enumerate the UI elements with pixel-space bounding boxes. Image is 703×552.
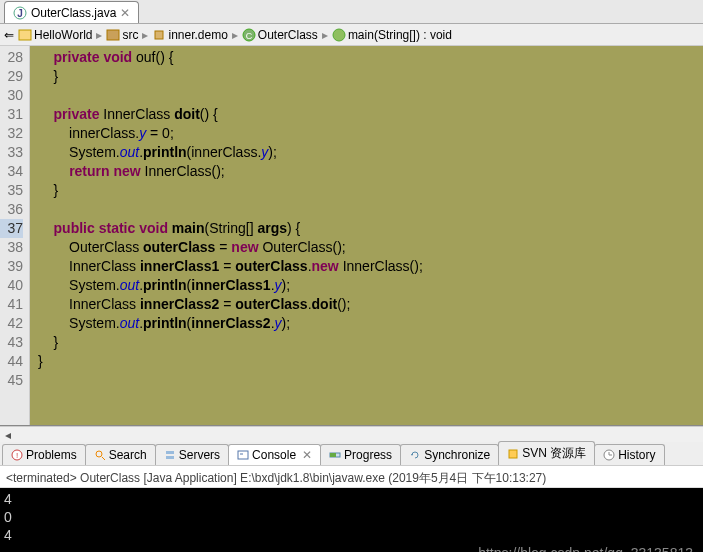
history-icon (603, 449, 615, 461)
breadcrumb-project[interactable]: HelloWorld (18, 28, 92, 42)
chevron-right-icon: ▸ (142, 28, 148, 42)
close-icon[interactable]: ✕ (302, 448, 312, 462)
breadcrumb-package[interactable]: inner.demo (152, 28, 227, 42)
console-status-bar: <terminated> OuterClass [Java Applicatio… (0, 466, 703, 488)
java-file-icon: J (13, 5, 27, 20)
breadcrumb-method-label: main(String[]) : void (348, 28, 452, 42)
bottom-view-tabs: ! Problems Search Servers Console ✕ Prog… (0, 442, 703, 466)
code-content[interactable]: private void ouf() { } private InnerClas… (30, 46, 703, 425)
svg-rect-12 (166, 451, 174, 454)
tab-progress[interactable]: Progress (320, 444, 401, 465)
tab-label: SVN 资源库 (522, 445, 586, 462)
svg-rect-17 (330, 453, 336, 457)
tab-label: Synchronize (424, 448, 490, 462)
svg-text:J: J (17, 8, 23, 19)
svg-rect-13 (166, 456, 174, 459)
tab-label: Progress (344, 448, 392, 462)
horizontal-scrollbar[interactable]: ◂ (0, 426, 703, 442)
problems-icon: ! (11, 449, 23, 461)
tab-label: Problems (26, 448, 77, 462)
tab-svn[interactable]: SVN 资源库 (498, 441, 595, 465)
tab-search[interactable]: Search (85, 444, 156, 465)
editor-tab-bar: J OuterClass.java ✕ (0, 0, 703, 24)
tab-label: Search (109, 448, 147, 462)
breadcrumb-class-label: OuterClass (258, 28, 318, 42)
breadcrumb: ⇐ HelloWorld ▸ src ▸ inner.demo ▸ C Oute… (0, 24, 703, 46)
close-icon[interactable]: ✕ (120, 6, 130, 20)
chevron-right-icon: ▸ (322, 28, 328, 42)
tab-history[interactable]: History (594, 444, 664, 465)
tab-console[interactable]: Console ✕ (228, 444, 321, 465)
svg-point-7 (333, 29, 345, 41)
line-number-gutter: 282930313233343536373839404142434445 (0, 46, 30, 425)
servers-icon (164, 449, 176, 461)
file-tab-outerclass[interactable]: J OuterClass.java ✕ (4, 1, 139, 23)
tab-synchronize[interactable]: Synchronize (400, 444, 499, 465)
breadcrumb-method[interactable]: main(String[]) : void (332, 28, 452, 42)
chevron-right-icon: ▸ (232, 28, 238, 42)
tab-problems[interactable]: ! Problems (2, 444, 86, 465)
breadcrumb-project-label: HelloWorld (34, 28, 92, 42)
breadcrumb-package-label: inner.demo (168, 28, 227, 42)
svg-rect-3 (107, 30, 119, 40)
search-icon (94, 449, 106, 461)
console-icon (237, 449, 249, 461)
breadcrumb-class[interactable]: C OuterClass (242, 28, 318, 42)
svg-marker-18 (411, 454, 413, 456)
tab-servers[interactable]: Servers (155, 444, 229, 465)
progress-icon (329, 449, 341, 461)
scroll-left-icon[interactable]: ◂ (0, 428, 16, 442)
tab-label: History (618, 448, 655, 462)
breadcrumb-src[interactable]: src (106, 28, 138, 42)
svg-text:C: C (246, 31, 253, 41)
svg-rect-2 (19, 30, 31, 40)
tab-label: Console (252, 448, 296, 462)
chevron-right-icon: ▸ (96, 28, 102, 42)
svg-rect-4 (155, 31, 163, 39)
console-status-text: <terminated> OuterClass [Java Applicatio… (6, 471, 546, 485)
file-tab-label: OuterClass.java (31, 6, 116, 20)
synchronize-icon (409, 449, 421, 461)
svg-point-10 (96, 451, 102, 457)
svn-icon (507, 448, 519, 460)
watermark-text: https://blog.csdn.net/qq_33135813 (478, 544, 693, 552)
svg-line-11 (102, 457, 105, 460)
back-icon[interactable]: ⇐ (4, 28, 14, 42)
svg-rect-19 (509, 450, 517, 458)
breadcrumb-src-label: src (122, 28, 138, 42)
svg-text:!: ! (16, 451, 18, 460)
console-output[interactable]: 404https://blog.csdn.net/qq_33135813 (0, 488, 703, 552)
svg-rect-14 (238, 451, 248, 459)
tab-label: Servers (179, 448, 220, 462)
code-editor[interactable]: 282930313233343536373839404142434445 pri… (0, 46, 703, 426)
